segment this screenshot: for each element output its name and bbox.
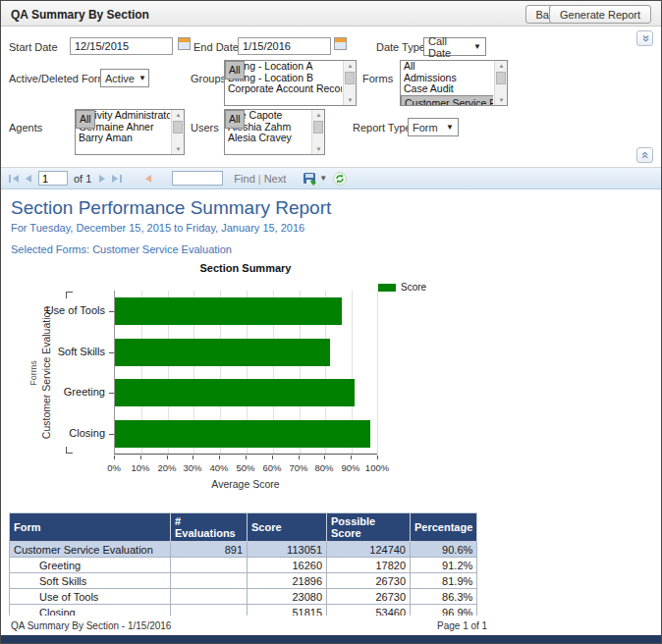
list-option[interactable]: Corporate Account Records (225, 83, 342, 95)
y-tick-mark (109, 311, 114, 312)
chevron-down-icon: ▼ (469, 42, 481, 51)
listbox-scrollbar[interactable]: ▲▼ (311, 110, 324, 154)
scrollbar-thumb[interactable] (496, 72, 506, 84)
app-window: QA Summary By Section Back Generate Repo… (0, 0, 662, 644)
chart-title: Section Summary (114, 262, 377, 274)
end-date-input[interactable] (238, 37, 331, 55)
start-date-input[interactable] (70, 37, 173, 55)
users-listbox[interactable]: AllAbe CapoteAleshia ZahmAlesia Cravey▲▼ (224, 109, 325, 155)
groups-listbox[interactable]: AllBilling - Location ABilling - Locatio… (224, 60, 357, 106)
date-type-select[interactable]: Call Date ▼ (423, 37, 486, 56)
generate-report-button[interactable]: Generate Report (549, 5, 651, 24)
summary-table: Form# EvaluationsScorePossible ScorePerc… (9, 512, 477, 616)
end-date-calendar-icon[interactable] (334, 37, 347, 50)
list-option[interactable]: Alesia Cravey (225, 133, 310, 144)
column-header: Form (10, 513, 171, 542)
y-tick-mark (109, 434, 114, 435)
next-page-icon[interactable] (95, 174, 109, 184)
previous-page-icon[interactable] (21, 174, 34, 184)
date-type-label: Date Type (376, 41, 425, 53)
category-label: Soft Skills (1, 346, 105, 357)
list-option[interactable]: All (401, 61, 493, 73)
page-number-input[interactable] (38, 171, 68, 186)
listbox-items: AllUptivity AdministratorGermaine AhnerB… (76, 110, 170, 154)
active-forms-value: Active (105, 73, 135, 84)
last-page-icon[interactable] (109, 174, 123, 184)
scroll-up-icon[interactable]: ▲ (495, 61, 508, 71)
report-type-value: Form (413, 122, 438, 134)
list-option[interactable]: All (225, 110, 245, 129)
start-date-label: Start Date (9, 41, 58, 53)
table-cell: 113051 (248, 542, 327, 558)
report-toolbar: of 1 Find | Next ▼ (1, 168, 661, 189)
scroll-up-icon[interactable]: ▲ (172, 110, 185, 120)
agents-label: Agents (9, 122, 42, 134)
listbox-items: AllAdmissionsCase AuditCustomer Service … (401, 61, 493, 105)
find-text-input[interactable] (172, 171, 223, 186)
start-date-calendar-icon[interactable] (178, 37, 191, 50)
category-label: Closing (1, 427, 105, 439)
axis-bracket-top (66, 292, 73, 298)
bar-greeting (115, 379, 355, 406)
gridline (377, 291, 378, 454)
date-type-value: Call Date (428, 35, 469, 59)
table-row: Soft Skills218962673081.9% (10, 573, 477, 589)
x-tick-mark (193, 456, 193, 459)
export-icon[interactable] (303, 172, 317, 186)
category-label: Use of Tools (1, 304, 105, 316)
table-cell: 21896 (248, 573, 327, 589)
scroll-up-icon[interactable]: ▲ (344, 61, 357, 71)
window-bottom-edge (1, 635, 661, 644)
parent-report-icon[interactable] (140, 174, 154, 184)
refresh-icon[interactable] (333, 172, 347, 186)
column-header: # Evaluations (171, 513, 248, 542)
x-tick-mark (272, 456, 273, 459)
forms-listbox[interactable]: AllAdmissionsCase AuditCustomer Service … (400, 60, 508, 106)
list-option[interactable]: Barry Aman (76, 133, 170, 144)
end-date-label: End Date (193, 41, 239, 53)
scroll-down-icon[interactable]: ▼ (495, 95, 508, 105)
section-summary-chart: Section Summary Score Forms Customer Ser… (1, 258, 512, 499)
scrollbar-thumb[interactable] (313, 121, 323, 134)
agents-listbox[interactable]: AllUptivity AdministratorGermaine AhnerB… (75, 109, 185, 155)
export-dropdown-caret-icon[interactable]: ▼ (319, 174, 327, 183)
list-option[interactable]: Customer Service Evaluation (401, 95, 493, 106)
table-cell (171, 558, 248, 573)
list-option[interactable]: Case Audit (401, 83, 493, 95)
table-cell (171, 573, 248, 589)
title-bar: QA Summary By Section Back Generate Repo… (1, 1, 661, 27)
category-label: Greeting (1, 386, 105, 398)
legend-swatch (378, 284, 396, 292)
scrollbar-thumb[interactable] (173, 121, 183, 134)
scroll-down-icon[interactable]: ▼ (172, 144, 185, 154)
scroll-down-icon[interactable]: ▼ (312, 144, 325, 154)
table-cell: 891 (171, 542, 248, 558)
table-cell: Customer Service Evaluation (10, 542, 171, 558)
scroll-up-icon[interactable]: ▲ (312, 110, 325, 120)
list-option[interactable]: All (225, 61, 245, 80)
active-forms-label: Active/Deleted Forms (9, 73, 112, 84)
bar-use-of-tools (115, 297, 342, 325)
listbox-scrollbar[interactable]: ▲▼ (494, 61, 507, 105)
scrollbar-thumb[interactable] (345, 72, 355, 84)
next-link[interactable]: Next (264, 173, 287, 185)
listbox-scrollbar[interactable]: ▲▼ (171, 110, 184, 154)
table-cell: 23080 (248, 589, 327, 605)
report-type-select[interactable]: Form ▼ (408, 118, 459, 136)
y-tick-mark (109, 393, 114, 394)
first-page-icon[interactable] (7, 174, 21, 184)
collapse-panel-button[interactable]: « (636, 30, 653, 46)
scroll-down-icon[interactable]: ▼ (344, 95, 357, 105)
x-tick-mark (324, 456, 325, 459)
find-link[interactable]: Find (234, 173, 254, 185)
listbox-scrollbar[interactable]: ▲▼ (343, 61, 356, 105)
footer-page-number: Page 1 of 1 (437, 620, 487, 631)
table-cell: 91.2% (411, 558, 477, 573)
table-cell: 53460 (327, 605, 411, 617)
report-footer: QA Summary By Section - 1/15/2016 Page 1… (1, 616, 661, 635)
expand-panel-button[interactable]: « (636, 147, 653, 163)
active-forms-select[interactable]: Active ▼ (100, 69, 149, 87)
table-row: Greeting162601782091.2% (10, 558, 477, 573)
list-option[interactable]: All (76, 110, 95, 129)
x-tick-mark (167, 456, 168, 459)
